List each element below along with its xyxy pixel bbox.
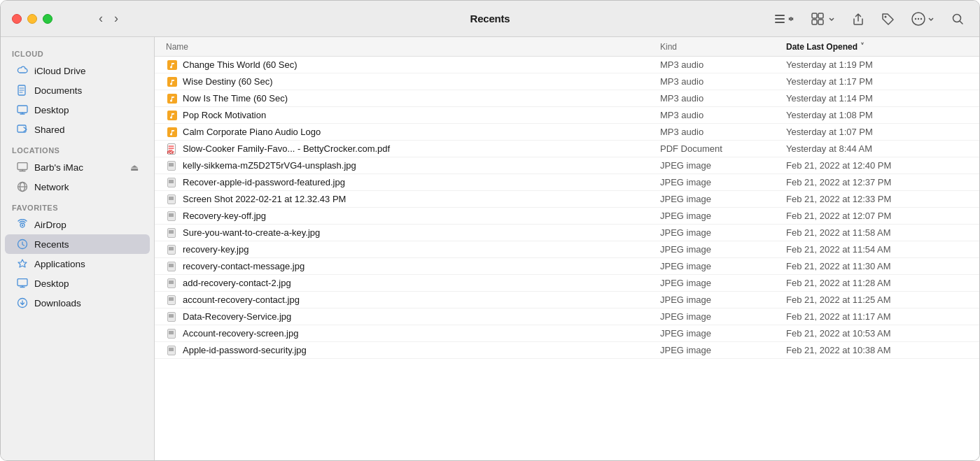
back-button[interactable]: ‹ bbox=[94, 8, 107, 29]
file-name: add-recovery-contact-2.jpg bbox=[183, 278, 660, 288]
table-row[interactable]: Wise Destiny (60 Sec)MP3 audioYesterday … bbox=[155, 73, 979, 90]
recents-icon bbox=[16, 238, 29, 250]
sidebar-item-icloud-drive[interactable]: iCloud Drive bbox=[5, 61, 150, 80]
file-kind: JPEG image bbox=[660, 160, 786, 171]
file-name: Slow-Cooker Family-Favo... - BettyCrocke… bbox=[183, 143, 660, 154]
svg-rect-38 bbox=[169, 213, 174, 217]
sidebar-item-barbs-imac[interactable]: Barb's iMac ⏏ bbox=[5, 157, 150, 177]
file-kind: MP3 audio bbox=[660, 110, 786, 120]
table-row[interactable]: Screen Shot 2022-02-21 at 12.32.43 PMJPE… bbox=[155, 191, 979, 208]
file-icon bbox=[166, 92, 178, 105]
table-row[interactable]: add-recovery-contact-2.jpgJPEG imageFeb … bbox=[155, 275, 979, 292]
svg-rect-3 bbox=[812, 13, 817, 18]
file-icon bbox=[166, 344, 178, 357]
svg-rect-5 bbox=[812, 20, 817, 24]
share-icon bbox=[852, 12, 864, 26]
desktop2-icon bbox=[16, 277, 29, 290]
sidebar-item-desktop[interactable]: Desktop bbox=[5, 100, 150, 120]
svg-point-11 bbox=[920, 17, 922, 19]
table-row[interactable]: Pop Rock MotivationMP3 audioYesterday at… bbox=[155, 107, 979, 124]
sidebar-item-airdrop[interactable]: AirDrop bbox=[5, 215, 150, 234]
sort-chevron-icon bbox=[788, 15, 794, 22]
sidebar-item-applications[interactable]: Applications bbox=[5, 254, 150, 274]
file-name: Change This World (60 Sec) bbox=[183, 59, 660, 70]
file-name: Sure-you-want-to-create-a-key.jpg bbox=[183, 227, 660, 238]
sidebar-item-documents[interactable]: Documents bbox=[5, 80, 150, 100]
table-row[interactable]: Account-recovery-screen.jpgJPEG imageFeb… bbox=[155, 325, 979, 342]
table-row[interactable]: Recover-apple-id-password-featured.jpgJP… bbox=[155, 174, 979, 191]
main-content: iCloud iCloud Drive Documents Desktop bbox=[1, 37, 979, 460]
close-button[interactable] bbox=[12, 14, 22, 24]
file-date: Feb 21, 2022 at 11:54 AM bbox=[786, 244, 968, 255]
sidebar-item-desktop2[interactable]: Desktop bbox=[5, 274, 150, 293]
grid-view-icon bbox=[811, 13, 827, 25]
file-name: Data-Recovery-Service.jpg bbox=[183, 311, 660, 322]
title-center: Recents bbox=[470, 13, 510, 24]
documents-label: Documents bbox=[34, 85, 82, 96]
table-row[interactable]: PDFSlow-Cooker Family-Favo... - BettyCro… bbox=[155, 141, 979, 157]
minimize-button[interactable] bbox=[27, 14, 37, 24]
svg-rect-32 bbox=[169, 163, 174, 166]
svg-rect-2 bbox=[775, 22, 785, 23]
file-kind: MP3 audio bbox=[660, 127, 786, 137]
file-icon bbox=[166, 210, 178, 222]
file-list: Change This World (60 Sec)MP3 audioYeste… bbox=[155, 57, 979, 460]
file-name: Recover-apple-id-password-featured.jpg bbox=[183, 177, 660, 187]
grid-view-button[interactable] bbox=[807, 10, 839, 28]
table-row[interactable]: Now Is The Time (60 Sec)MP3 audioYesterd… bbox=[155, 90, 979, 107]
file-date: Feb 21, 2022 at 11:25 AM bbox=[786, 295, 968, 305]
svg-rect-1 bbox=[775, 18, 785, 20]
col-date-header: Date Last Opened ˅ bbox=[786, 42, 968, 52]
list-view-icon bbox=[774, 13, 786, 25]
table-row[interactable]: account-recovery-contact.jpgJPEG imageFe… bbox=[155, 292, 979, 308]
table-row[interactable]: Sure-you-want-to-create-a-key.jpgJPEG im… bbox=[155, 225, 979, 241]
file-kind: MP3 audio bbox=[660, 59, 786, 70]
more-button[interactable] bbox=[906, 8, 939, 29]
svg-point-10 bbox=[918, 17, 919, 19]
svg-point-9 bbox=[915, 17, 916, 19]
sidebar-section-locations: Locations bbox=[1, 139, 154, 157]
eject-button[interactable]: ⏏ bbox=[130, 162, 139, 173]
search-button[interactable] bbox=[947, 10, 968, 28]
recents-label: Recents bbox=[34, 239, 69, 250]
file-name: Pop Rock Motivation bbox=[183, 110, 660, 120]
file-icon bbox=[166, 159, 178, 172]
sidebar-item-shared[interactable]: Shared bbox=[5, 120, 150, 139]
svg-rect-54 bbox=[169, 348, 174, 351]
downloads-label: Downloads bbox=[34, 298, 81, 308]
file-date: Yesterday at 1:08 PM bbox=[786, 110, 968, 120]
sidebar-item-downloads[interactable]: Downloads bbox=[5, 293, 150, 313]
file-kind: JPEG image bbox=[660, 177, 786, 187]
table-row[interactable]: Recovery-key-off.jpgJPEG imageFeb 21, 20… bbox=[155, 208, 979, 225]
sidebar: iCloud iCloud Drive Documents Desktop bbox=[1, 37, 155, 460]
maximize-button[interactable] bbox=[43, 14, 52, 24]
file-date: Yesterday at 1:07 PM bbox=[786, 127, 968, 137]
file-kind: MP3 audio bbox=[660, 76, 786, 87]
forward-button[interactable]: › bbox=[110, 8, 122, 29]
share-button[interactable] bbox=[848, 9, 869, 29]
table-row[interactable]: Change This World (60 Sec)MP3 audioYeste… bbox=[155, 57, 979, 73]
table-row[interactable]: recovery-key.jpgJPEG imageFeb 21, 2022 a… bbox=[155, 241, 979, 258]
applications-label: Applications bbox=[34, 259, 85, 269]
tag-icon bbox=[881, 13, 894, 25]
table-row[interactable]: recovery-contact-message.jpgJPEG imageFe… bbox=[155, 258, 979, 275]
table-row[interactable]: Calm Corporate Piano Audio LogoMP3 audio… bbox=[155, 124, 979, 141]
file-date: Yesterday at 1:19 PM bbox=[786, 59, 968, 70]
file-kind: JPEG image bbox=[660, 345, 786, 355]
tag-button[interactable] bbox=[877, 10, 898, 28]
file-name: Apple-id-password-security.jpg bbox=[183, 345, 660, 355]
shared-label: Shared bbox=[34, 125, 65, 135]
file-kind: JPEG image bbox=[660, 278, 786, 288]
applications-icon bbox=[16, 257, 29, 270]
file-name: recovery-contact-message.jpg bbox=[183, 261, 660, 271]
sidebar-item-recents[interactable]: Recents bbox=[5, 234, 150, 254]
file-icon bbox=[166, 193, 178, 206]
table-row[interactable]: kelly-sikkema-mZ5D2T5rVG4-unsplash.jpgJP… bbox=[155, 157, 979, 174]
file-icon bbox=[166, 227, 178, 239]
sidebar-item-network[interactable]: Network bbox=[5, 177, 150, 197]
table-row[interactable]: Data-Recovery-Service.jpgJPEG imageFeb 2… bbox=[155, 308, 979, 325]
table-row[interactable]: Apple-id-password-security.jpgJPEG image… bbox=[155, 342, 979, 359]
file-kind: MP3 audio bbox=[660, 93, 786, 104]
list-view-button[interactable] bbox=[769, 10, 799, 28]
traffic-lights bbox=[12, 14, 52, 24]
